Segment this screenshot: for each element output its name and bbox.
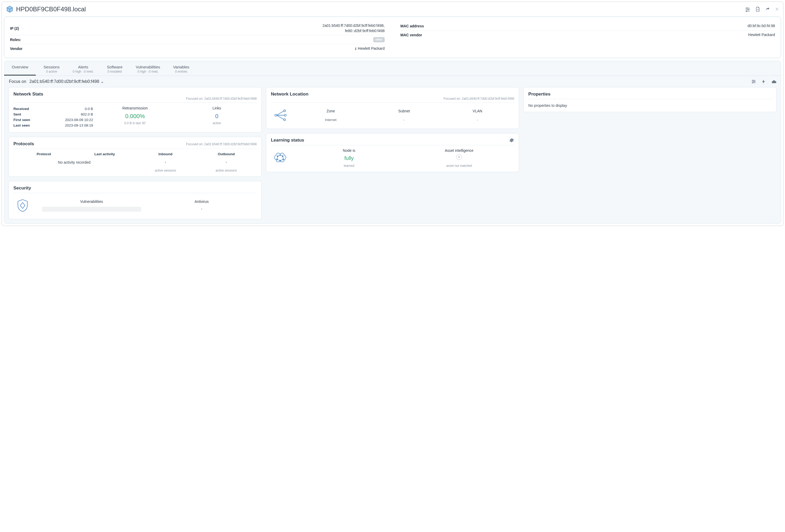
node-status-value: fully <box>294 154 404 162</box>
role-badge-other: other <box>373 37 385 42</box>
svg-point-5 <box>746 11 747 11</box>
learning-body: Node is Asset intelligence fully ✕ learn… <box>271 148 514 168</box>
ip-value: 2a01:b540:ff:7d00:d2bf:9cff:feb0:f498, f… <box>47 23 385 33</box>
cards-grid: Network Stats Focused on: 2a01:b540:ff:7… <box>4 87 781 219</box>
svg-point-13 <box>275 115 277 116</box>
lightning-icon[interactable] <box>761 79 766 84</box>
share-icon[interactable] <box>765 6 770 12</box>
card-title: Properties <box>528 92 550 97</box>
info-row-roles: Roles: other <box>10 35 385 44</box>
svg-point-16 <box>284 119 285 121</box>
focus-dropdown[interactable]: 2a01:b540:ff:7d00:d2bf:9cff:feb0:f498 ⌄ <box>29 79 104 84</box>
svg-point-1 <box>746 8 748 8</box>
card-network-stats: Network Stats Focused on: 2a01:b540:ff:7… <box>8 87 262 133</box>
vlan-value: - <box>441 117 514 122</box>
roles-value: other <box>47 37 385 42</box>
tab-overview[interactable]: Overview <box>4 61 36 76</box>
asset-detail-window: HPD0BF9CB0F498.local PDF ✕ <box>2 2 783 226</box>
focus-actions <box>751 79 776 84</box>
card-title: Security <box>14 185 31 191</box>
svg-point-14 <box>284 110 285 112</box>
svg-point-8 <box>753 80 754 81</box>
svg-line-19 <box>277 115 284 120</box>
card-title: Network Location <box>271 92 309 97</box>
network-icon <box>271 106 289 124</box>
vendor-value: iHewlett Packard <box>47 46 385 51</box>
svg-text:PDF: PDF <box>757 9 759 10</box>
card-col-2: Network Location Focused on: 2a01:b540:f… <box>266 87 519 172</box>
focused-subtitle: Focused on: 2a01:b540:ff:7d00:d2bf:9cff:… <box>14 97 257 101</box>
tab-sessions[interactable]: Sessions 0 active <box>36 61 67 76</box>
card-col-1: Network Stats Focused on: 2a01:b540:ff:7… <box>8 87 262 219</box>
network-location-body: Zone Subnet VLAN Internet - - <box>271 106 514 124</box>
security-body: Vulnerabilities Antivirus - <box>14 196 257 215</box>
svg-line-17 <box>277 111 284 115</box>
info-row-ip: IP (2) 2a01:b540:ff:7d00:d2bf:9cff:feb0:… <box>10 22 385 35</box>
cube-icon <box>6 5 14 13</box>
tab-vulnerabilities[interactable]: Vulnerabilities 0 high · 0 med. <box>130 61 166 76</box>
info-row-mac-address: MAC address d0:bf:9c:b0:f4:98 <box>400 22 775 30</box>
card-properties: Properties No properties to display <box>523 87 777 112</box>
not-matched-icon: ✕ <box>456 154 462 160</box>
cloud-icon[interactable] <box>771 79 776 84</box>
info-row-vendor: Vendor iHewlett Packard <box>10 44 385 53</box>
info-col-left: IP (2) 2a01:b540:ff:7d00:d2bf:9cff:feb0:… <box>10 22 385 53</box>
focus-bar: Focus on 2a01:b540:ff:7d00:d2bf:9cff:feb… <box>4 76 781 87</box>
svg-point-12 <box>752 82 753 83</box>
card-learning-status: Learning status <box>266 133 519 172</box>
tab-software[interactable]: Software 0 installed <box>99 61 130 76</box>
card-title: Protocols <box>14 141 34 147</box>
zone-value: Internet <box>294 117 368 122</box>
svg-point-15 <box>284 115 286 116</box>
svg-line-31 <box>282 156 283 159</box>
card-network-location: Network Location Focused on: 2a01:b540:f… <box>266 87 519 129</box>
card-title: Learning status <box>271 137 304 143</box>
brain-icon <box>271 149 289 167</box>
links-stat: Links 0 active <box>177 106 257 128</box>
svg-point-10 <box>754 81 755 82</box>
card-security: Security Vulnerabilities Antivirus <box>8 181 262 219</box>
info-col-right: MAC address d0:bf:9c:b0:f4:98 MAC vendor… <box>400 22 775 53</box>
info-icon[interactable]: i <box>355 46 356 52</box>
gear-icon[interactable] <box>509 138 514 143</box>
tabs: Overview Sessions 0 active Alerts 0 high… <box>4 61 781 76</box>
focused-subtitle: Focused on: 2a01:b540:ff:7d00:d2bf:9cff:… <box>186 142 256 146</box>
svg-line-28 <box>277 159 280 161</box>
roles-label: Roles: <box>10 37 47 42</box>
card-protocols: Protocols Focused on: 2a01:b540:ff:7d00:… <box>8 137 262 177</box>
properties-empty-msg: No properties to display <box>528 102 771 108</box>
ip-label: IP (2) <box>10 26 47 30</box>
network-stats-body: Received0.0 B Sent602.0 B First seen2023… <box>14 106 257 128</box>
tab-variables[interactable]: Variables 0 entries <box>166 61 197 76</box>
antivirus-value: - <box>147 207 256 211</box>
stats-kv-list: Received0.0 B Sent602.0 B First seen2023… <box>14 106 93 128</box>
protocols-body: Protocol Last activity Inbound Outbound … <box>14 152 257 172</box>
card-title: Network Stats <box>14 92 43 97</box>
page-title: HPD0BF9CB0F498.local <box>16 5 745 13</box>
pdf-export-icon[interactable]: PDF <box>755 6 760 12</box>
no-activity-msg: No activity recorded <box>14 158 135 164</box>
mac-vendor-value: Hewlett Packard <box>437 32 775 37</box>
header-actions: PDF ✕ <box>745 6 779 12</box>
close-icon[interactable]: ✕ <box>775 6 779 12</box>
subnet-value: - <box>368 117 441 122</box>
filters-icon[interactable] <box>751 79 756 84</box>
svg-line-30 <box>277 156 278 159</box>
vendor-label: Vendor <box>10 47 47 51</box>
content-panel: Overview Sessions 0 active Alerts 0 high… <box>4 61 781 224</box>
window-header: HPD0BF9CB0F498.local PDF ✕ <box>4 4 781 16</box>
info-row-mac-vendor: MAC vendor Hewlett Packard <box>400 30 775 40</box>
chevron-down-icon: ⌄ <box>101 79 104 84</box>
svg-point-3 <box>748 9 749 10</box>
svg-line-27 <box>280 155 283 156</box>
shield-icon <box>14 196 32 215</box>
tab-alerts[interactable]: Alerts 0 high · 0 med. <box>67 61 99 76</box>
retransmission-stat: Retransmission 0.000% 0.0 B in last 30' <box>95 106 175 128</box>
focused-subtitle: Focused on: 2a01:b540:ff:7d00:d2bf:9cff:… <box>271 97 514 101</box>
mac-address-label: MAC address <box>400 24 437 28</box>
focus-label: Focus on <box>9 79 26 84</box>
mac-address-value: d0:bf:9c:b0:f4:98 <box>437 23 775 29</box>
card-col-3: Properties No properties to display <box>523 87 777 112</box>
svg-line-26 <box>278 155 280 156</box>
settings-sliders-icon[interactable] <box>745 6 750 12</box>
